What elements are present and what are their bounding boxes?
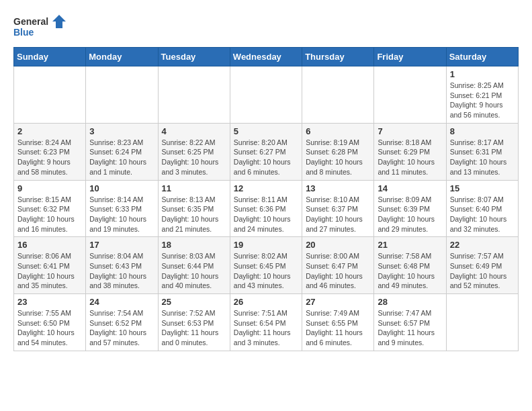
day-number: 14: [378, 183, 442, 193]
day-info: Sunrise: 7:47 AM Sunset: 6:57 PM Dayligh…: [378, 308, 442, 348]
day-info: Sunrise: 7:51 AM Sunset: 6:54 PM Dayligh…: [234, 308, 298, 348]
calendar-cell: 11Sunrise: 8:13 AM Sunset: 6:35 PM Dayli…: [158, 180, 230, 237]
calendar-cell: [14, 66, 86, 124]
day-info: Sunrise: 8:18 AM Sunset: 6:29 PM Dayligh…: [378, 138, 442, 177]
day-info: Sunrise: 8:15 AM Sunset: 6:32 PM Dayligh…: [17, 195, 82, 234]
svg-marker-2: [52, 15, 66, 28]
day-number: 25: [162, 297, 226, 307]
day-number: 20: [306, 240, 370, 250]
day-info: Sunrise: 8:00 AM Sunset: 6:47 PM Dayligh…: [306, 251, 370, 291]
calendar-cell: 14Sunrise: 8:09 AM Sunset: 6:39 PM Dayli…: [374, 180, 446, 237]
calendar-cell: 7Sunrise: 8:18 AM Sunset: 6:29 PM Daylig…: [374, 123, 446, 180]
calendar-cell: 21Sunrise: 7:58 AM Sunset: 6:48 PM Dayli…: [374, 237, 446, 294]
day-number: 11: [162, 183, 226, 193]
day-info: Sunrise: 8:17 AM Sunset: 6:31 PM Dayligh…: [450, 138, 515, 177]
day-info: Sunrise: 8:07 AM Sunset: 6:40 PM Dayligh…: [450, 195, 515, 234]
day-number: 8: [450, 126, 515, 136]
calendar-cell: 28Sunrise: 7:47 AM Sunset: 6:57 PM Dayli…: [374, 294, 446, 351]
calendar-cell: 20Sunrise: 8:00 AM Sunset: 6:47 PM Dayli…: [302, 237, 374, 294]
calendar-week-5: 23Sunrise: 7:55 AM Sunset: 6:50 PM Dayli…: [14, 294, 519, 351]
calendar-week-4: 16Sunrise: 8:06 AM Sunset: 6:41 PM Dayli…: [14, 237, 519, 294]
day-number: 9: [17, 183, 82, 193]
day-number: 23: [17, 297, 82, 307]
day-number: 27: [306, 297, 370, 307]
day-number: 6: [306, 126, 370, 136]
calendar-cell: 9Sunrise: 8:15 AM Sunset: 6:32 PM Daylig…: [14, 180, 86, 237]
calendar-cell: 23Sunrise: 7:55 AM Sunset: 6:50 PM Dayli…: [14, 294, 86, 351]
calendar-cell: 1Sunrise: 8:25 AM Sunset: 6:21 PM Daylig…: [446, 66, 518, 124]
day-info: Sunrise: 8:04 AM Sunset: 6:43 PM Dayligh…: [89, 251, 154, 291]
weekday-header-monday: Monday: [86, 48, 158, 66]
day-number: 2: [17, 126, 82, 136]
day-number: 7: [378, 126, 442, 136]
calendar-cell: [302, 66, 374, 124]
day-info: Sunrise: 8:20 AM Sunset: 6:27 PM Dayligh…: [234, 138, 298, 177]
calendar-cell: 24Sunrise: 7:54 AM Sunset: 6:52 PM Dayli…: [86, 294, 158, 351]
weekday-header-sunday: Sunday: [14, 48, 86, 66]
calendar-cell: [230, 66, 302, 124]
calendar-cell: 6Sunrise: 8:19 AM Sunset: 6:28 PM Daylig…: [302, 123, 374, 180]
day-info: Sunrise: 7:54 AM Sunset: 6:52 PM Dayligh…: [89, 308, 154, 348]
day-info: Sunrise: 7:57 AM Sunset: 6:49 PM Dayligh…: [450, 251, 515, 291]
calendar-cell: 10Sunrise: 8:14 AM Sunset: 6:33 PM Dayli…: [86, 180, 158, 237]
svg-text:Blue: Blue: [13, 27, 34, 38]
calendar-cell: [158, 66, 230, 124]
calendar-cell: 3Sunrise: 8:23 AM Sunset: 6:24 PM Daylig…: [86, 123, 158, 180]
day-info: Sunrise: 8:13 AM Sunset: 6:35 PM Dayligh…: [162, 195, 226, 234]
calendar-week-3: 9Sunrise: 8:15 AM Sunset: 6:32 PM Daylig…: [14, 180, 519, 237]
logo-svg: General Blue: [13, 13, 67, 40]
day-info: Sunrise: 8:19 AM Sunset: 6:28 PM Dayligh…: [306, 138, 370, 177]
day-number: 1: [450, 69, 515, 79]
calendar-cell: 4Sunrise: 8:22 AM Sunset: 6:25 PM Daylig…: [158, 123, 230, 180]
calendar-header-row: SundayMondayTuesdayWednesdayThursdayFrid…: [14, 48, 519, 66]
day-info: Sunrise: 8:03 AM Sunset: 6:44 PM Dayligh…: [162, 251, 226, 291]
day-number: 28: [378, 297, 442, 307]
day-number: 22: [450, 240, 515, 250]
day-info: Sunrise: 8:02 AM Sunset: 6:45 PM Dayligh…: [234, 251, 298, 291]
day-number: 12: [234, 183, 298, 193]
day-number: 4: [162, 126, 226, 136]
logo: General Blue: [13, 13, 67, 40]
calendar-week-2: 2Sunrise: 8:24 AM Sunset: 6:23 PM Daylig…: [14, 123, 519, 180]
day-number: 21: [378, 240, 442, 250]
day-info: Sunrise: 8:25 AM Sunset: 6:21 PM Dayligh…: [450, 81, 515, 120]
day-number: 24: [89, 297, 154, 307]
day-number: 15: [450, 183, 515, 193]
calendar-cell: 12Sunrise: 8:11 AM Sunset: 6:36 PM Dayli…: [230, 180, 302, 237]
header: General Blue: [13, 13, 519, 40]
day-number: 3: [89, 126, 154, 136]
calendar-cell: 19Sunrise: 8:02 AM Sunset: 6:45 PM Dayli…: [230, 237, 302, 294]
svg-text:General: General: [13, 16, 48, 27]
weekday-header-friday: Friday: [374, 48, 446, 66]
day-info: Sunrise: 7:55 AM Sunset: 6:50 PM Dayligh…: [17, 308, 82, 348]
calendar-cell: 25Sunrise: 7:52 AM Sunset: 6:53 PM Dayli…: [158, 294, 230, 351]
calendar-cell: 5Sunrise: 8:20 AM Sunset: 6:27 PM Daylig…: [230, 123, 302, 180]
day-info: Sunrise: 8:11 AM Sunset: 6:36 PM Dayligh…: [234, 195, 298, 234]
day-info: Sunrise: 8:10 AM Sunset: 6:37 PM Dayligh…: [306, 195, 370, 234]
calendar-cell: 22Sunrise: 7:57 AM Sunset: 6:49 PM Dayli…: [446, 237, 518, 294]
day-info: Sunrise: 8:06 AM Sunset: 6:41 PM Dayligh…: [17, 251, 82, 291]
calendar-cell: [446, 294, 518, 351]
calendar-cell: 26Sunrise: 7:51 AM Sunset: 6:54 PM Dayli…: [230, 294, 302, 351]
calendar-cell: 15Sunrise: 8:07 AM Sunset: 6:40 PM Dayli…: [446, 180, 518, 237]
day-number: 10: [89, 183, 154, 193]
weekday-header-tuesday: Tuesday: [158, 48, 230, 66]
day-number: 5: [234, 126, 298, 136]
calendar-cell: [374, 66, 446, 124]
calendar-cell: 2Sunrise: 8:24 AM Sunset: 6:23 PM Daylig…: [14, 123, 86, 180]
weekday-header-wednesday: Wednesday: [230, 48, 302, 66]
calendar-cell: 27Sunrise: 7:49 AM Sunset: 6:55 PM Dayli…: [302, 294, 374, 351]
day-number: 26: [234, 297, 298, 307]
day-info: Sunrise: 7:49 AM Sunset: 6:55 PM Dayligh…: [306, 308, 370, 348]
calendar-cell: 18Sunrise: 8:03 AM Sunset: 6:44 PM Dayli…: [158, 237, 230, 294]
day-number: 13: [306, 183, 370, 193]
weekday-header-saturday: Saturday: [446, 48, 518, 66]
day-number: 18: [162, 240, 226, 250]
day-number: 19: [234, 240, 298, 250]
weekday-header-thursday: Thursday: [302, 48, 374, 66]
calendar-cell: 17Sunrise: 8:04 AM Sunset: 6:43 PM Dayli…: [86, 237, 158, 294]
calendar-cell: 13Sunrise: 8:10 AM Sunset: 6:37 PM Dayli…: [302, 180, 374, 237]
calendar-cell: 8Sunrise: 8:17 AM Sunset: 6:31 PM Daylig…: [446, 123, 518, 180]
day-info: Sunrise: 8:14 AM Sunset: 6:33 PM Dayligh…: [89, 195, 154, 234]
day-info: Sunrise: 8:24 AM Sunset: 6:23 PM Dayligh…: [17, 138, 82, 177]
